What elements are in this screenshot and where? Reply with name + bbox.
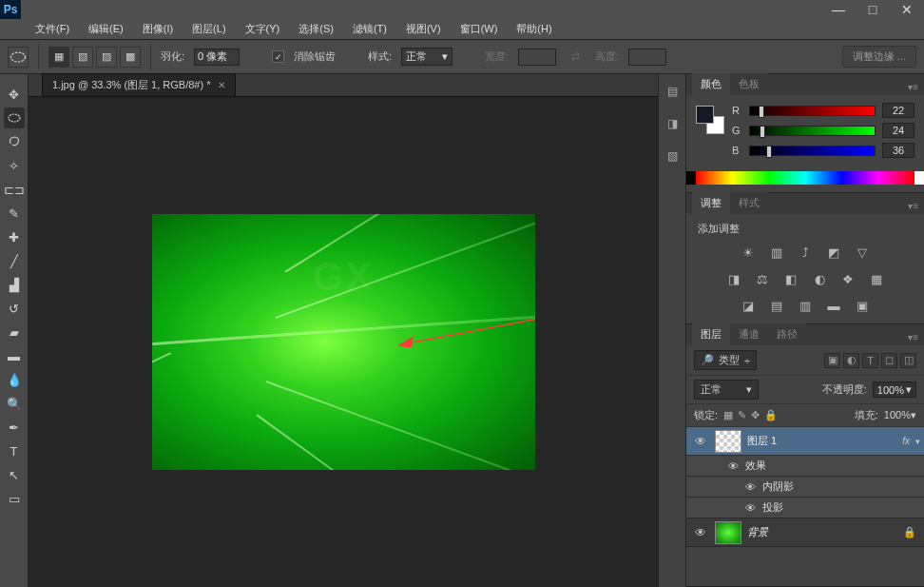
lasso-tool[interactable]: [4, 131, 25, 152]
bw-icon[interactable]: ◧: [781, 270, 800, 287]
paths-tab[interactable]: 路径: [768, 323, 806, 345]
shape-tool[interactable]: ▭: [4, 488, 25, 509]
mixer-icon[interactable]: ❖: [838, 270, 857, 287]
blend-mode-select[interactable]: 正常▾: [694, 380, 759, 400]
visibility-icon[interactable]: 👁: [728, 460, 745, 472]
swatches-tab[interactable]: 色板: [730, 73, 768, 95]
magic-wand-tool[interactable]: ✧: [4, 155, 25, 176]
maximize-button[interactable]: □: [856, 0, 890, 19]
eyedropper-tool[interactable]: ✎: [4, 203, 25, 224]
layer-effect-row[interactable]: 👁 投影: [686, 498, 924, 519]
document-tab[interactable]: 1.jpg @ 33.3% (图层 1, RGB/8#) * ✕: [42, 73, 236, 96]
panel-menu-icon[interactable]: ▾≡: [902, 329, 924, 345]
filter-smart-icon[interactable]: ◫: [900, 353, 916, 368]
filter-type-icon[interactable]: T: [862, 353, 878, 368]
lock-position-icon[interactable]: ✥: [751, 409, 760, 421]
layer-filter-select[interactable]: 🔎类型÷: [694, 350, 757, 370]
filter-shape-icon[interactable]: ◻: [881, 353, 897, 368]
hue-icon[interactable]: ◨: [724, 270, 743, 287]
menu-view[interactable]: 视图(V): [397, 19, 450, 39]
panel-menu-icon[interactable]: ▾≡: [902, 198, 924, 214]
history-panel-icon[interactable]: ▤: [663, 82, 682, 101]
menu-edit[interactable]: 编辑(E): [80, 19, 132, 39]
menu-type[interactable]: 文字(Y): [237, 19, 289, 39]
layers-tab[interactable]: 图层: [692, 323, 730, 345]
filter-adjust-icon[interactable]: ◐: [843, 353, 859, 368]
channels-tab[interactable]: 通道: [730, 323, 768, 345]
intersect-selection-icon[interactable]: ▩: [120, 47, 141, 68]
menu-image[interactable]: 图像(I): [134, 19, 182, 39]
adjustments-tab[interactable]: 调整: [692, 192, 730, 214]
opacity-input[interactable]: 100%▾: [873, 382, 916, 398]
b-input[interactable]: 36: [882, 143, 914, 158]
layer-name[interactable]: 背景: [747, 525, 903, 539]
photo-filter-icon[interactable]: ◐: [810, 270, 829, 287]
lookup-icon[interactable]: ▦: [867, 270, 886, 287]
visibility-icon[interactable]: 👁: [686, 526, 715, 539]
menu-help[interactable]: 帮助(H): [508, 19, 560, 39]
threshold-icon[interactable]: ▥: [796, 297, 815, 314]
new-selection-icon[interactable]: ▦: [48, 47, 69, 68]
invert-icon[interactable]: ◪: [739, 297, 758, 314]
crop-tool[interactable]: ⊏⊐: [4, 179, 25, 200]
marquee-tool[interactable]: [4, 108, 25, 128]
menu-filter[interactable]: 滤镜(T): [344, 19, 395, 39]
levels-icon[interactable]: ▥: [767, 244, 786, 261]
visibility-icon[interactable]: 👁: [686, 435, 715, 448]
document-tab-close-icon[interactable]: ✕: [218, 80, 225, 90]
fg-swatch[interactable]: [696, 106, 714, 124]
posterize-icon[interactable]: ▤: [767, 297, 786, 314]
marquee-tool-icon[interactable]: [8, 47, 29, 68]
blur-tool[interactable]: 💧: [4, 369, 25, 390]
g-slider[interactable]: [749, 126, 876, 136]
close-button[interactable]: ✕: [890, 0, 924, 19]
feather-input[interactable]: 0 像素: [194, 49, 240, 66]
menu-layer[interactable]: 图层(L): [183, 19, 234, 39]
selective-icon[interactable]: ▣: [853, 297, 872, 314]
fill-input[interactable]: 100%▾: [884, 409, 916, 421]
lock-transparent-icon[interactable]: ▦: [723, 409, 733, 421]
brightness-icon[interactable]: ☀: [739, 244, 758, 261]
styles-tab[interactable]: 样式: [730, 192, 768, 214]
layer-row[interactable]: 👁 图层 1 fx ▾: [686, 427, 924, 456]
layer-effects-row[interactable]: 👁 效果: [686, 456, 924, 477]
history-brush-tool[interactable]: ↺: [4, 298, 25, 319]
stamp-tool[interactable]: ▟: [4, 274, 25, 295]
gradient-tool[interactable]: ▬: [4, 345, 25, 366]
menu-window[interactable]: 窗口(W): [452, 19, 507, 39]
filter-pixel-icon[interactable]: ▣: [824, 353, 840, 368]
curves-icon[interactable]: ⤴: [796, 244, 815, 261]
layer-thumbnail[interactable]: [715, 521, 741, 544]
visibility-icon[interactable]: 👁: [745, 502, 762, 514]
move-tool[interactable]: ✥: [4, 84, 25, 105]
eraser-tool[interactable]: ▰: [4, 322, 25, 342]
dodge-tool[interactable]: 🔍: [4, 393, 25, 414]
style-select[interactable]: 正常▾: [401, 48, 452, 66]
subtract-selection-icon[interactable]: ▨: [96, 47, 117, 68]
fx-expand-icon[interactable]: ▾: [915, 437, 920, 446]
layer-name[interactable]: 图层 1: [747, 434, 902, 448]
layer-row[interactable]: 👁 背景 🔒: [686, 519, 924, 547]
canvas-viewport[interactable]: GX: [29, 97, 658, 587]
refine-edge-button[interactable]: 调整边缘 ...: [842, 46, 916, 68]
properties-panel-icon[interactable]: ◨: [663, 114, 682, 133]
visibility-icon[interactable]: 👁: [745, 481, 762, 493]
menu-file[interactable]: 文件(F): [27, 19, 78, 39]
antialias-checkbox[interactable]: ✓: [272, 50, 284, 63]
color-spectrum[interactable]: [696, 171, 914, 185]
brush-tool[interactable]: ╱: [4, 250, 25, 271]
lock-all-icon[interactable]: 🔒: [764, 409, 778, 421]
panel-menu-icon[interactable]: ▾≡: [902, 79, 924, 95]
minimize-button[interactable]: —: [821, 0, 856, 19]
color-tab[interactable]: 颜色: [692, 73, 730, 95]
healing-tool[interactable]: ✚: [4, 226, 25, 247]
b-slider[interactable]: [749, 146, 876, 156]
pen-tool[interactable]: ✒: [4, 417, 25, 438]
vibrance-icon[interactable]: ▽: [853, 244, 872, 261]
path-select-tool[interactable]: ↖: [4, 464, 25, 485]
character-panel-icon[interactable]: ▧: [663, 147, 682, 166]
type-tool[interactable]: T: [4, 440, 25, 461]
r-slider[interactable]: [749, 106, 876, 116]
balance-icon[interactable]: ⚖: [753, 270, 772, 287]
exposure-icon[interactable]: ◩: [824, 244, 843, 261]
